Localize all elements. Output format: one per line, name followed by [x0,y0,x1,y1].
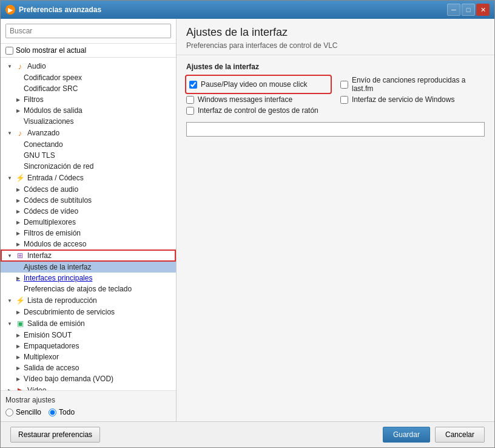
right-title: Ajustes de la interfaz [186,26,485,39]
arrow-vod [14,375,22,383]
arrow-avanzado [5,129,14,137]
tree-item-filtros[interactable]: Filtros [1,94,176,105]
tree-label-visualizaciones: Visualizaciones [24,117,74,126]
tree-item-ajustes-interfaz[interactable]: Ajustes de la interfaz [1,262,176,273]
tree-item-codecs-audio[interactable]: Códecs de audio [1,184,176,195]
tree-label-conectando: Conectando [24,140,63,149]
tree-item-empaquetadores[interactable]: Empaquetadores [1,341,176,351]
checkbox-gestos[interactable] [186,107,194,115]
tree-item-sincronizacion[interactable]: Sincronización de red [1,161,176,172]
arrow-spacer6 [14,162,22,171]
checkbox-pause-click[interactable] [189,81,197,89]
tree-item-interfaces-principales[interactable]: Interfaces principales [1,273,176,283]
arrow-spacer7 [14,263,22,271]
maximize-button[interactable]: □ [462,4,475,16]
checkbox-pause-click-label: Pause/Play video on mouse click [201,80,307,89]
checkbox-servicio-win-label: Interfaz de servicio de Windows [352,95,454,104]
tree-item-codecs-subtitulos[interactable]: Códecs de subtítulos [1,195,176,206]
show-current-row: Solo mostrar el actual [1,44,176,58]
arrow-empaquet [14,342,22,350]
radio-sencillo-label: Sencillo [16,408,41,416]
arrow-modulos-acc [14,240,22,248]
tree-item-interfaz[interactable]: ⊞ Interfaz [1,249,176,262]
tree-item-filtros-emision[interactable]: Filtros de emisión [1,228,176,239]
tree-item-lista-rep[interactable]: ⚡ Lista de reproducción [1,294,176,307]
tree-item-codecs-video[interactable]: Códecs de vídeo [1,206,176,217]
radio-sencillo-input[interactable] [5,409,13,416]
tree-item-codificador-speex[interactable]: Codificador speex [1,72,176,83]
checkbox-windows-msg-item: Windows messages interface [186,95,331,104]
tree-label-codificador-speex: Codificador speex [24,73,82,82]
text-field-value[interactable]: pause_click [186,122,485,137]
arrow-entrada [5,174,14,182]
show-current-checkbox[interactable] [5,47,13,55]
arrow-interfaz [5,251,14,260]
tree-label-audio: Audio [27,62,46,70]
cancel-button[interactable]: Cancelar [435,427,485,443]
radio-todo-input[interactable] [49,409,56,416]
salida-icon: ▣ [15,319,25,328]
tree-item-gnu-tls[interactable]: GNU TLS [1,150,176,161]
main-content: Solo mostrar el actual ♪ Audio Codificad… [1,19,494,421]
checkbox-envio[interactable] [340,81,348,89]
arrow-video [5,386,14,390]
tree-item-salida-em[interactable]: ▣ Salida de emisión [1,317,176,330]
tree-label-descubrimiento: Descubrimiento de servicios [24,308,115,316]
arrow-descub [14,308,22,316]
radio-sencillo[interactable]: Sencillo [5,408,41,416]
radio-todo-label: Todo [59,408,75,416]
checkbox-envio-item: Envío de canciones reproducidas a last.f… [340,76,485,93]
arrow-spacer [14,73,22,82]
arrow-codecs-audio [14,185,22,194]
tree-item-visualizaciones[interactable]: Visualizaciones [1,116,176,127]
tree-label-modulos-salida: Módulos de salida [24,106,82,115]
tree-item-conectando[interactable]: Conectando [1,139,176,150]
tree-item-video[interactable]: ▶ Vídeo [1,384,176,390]
arrow-filtros [14,95,22,104]
arrow-spacer4 [14,140,22,149]
close-button[interactable]: ✕ [476,4,490,16]
interfaz-icon: ⊞ [15,251,25,260]
tree-item-multiplexor[interactable]: Multiplexor [1,351,176,362]
tree-item-audio[interactable]: ♪ Audio [1,60,176,72]
tree-item-modulos-acceso[interactable]: Módulos de acceso [1,239,176,249]
text-field-row: pause_click [186,122,485,137]
titlebar: ▶ Preferencias avanzadas ─ □ ✕ [1,1,494,19]
tree-label-salida-acceso: Salida de acceso [24,364,79,372]
checkbox-pause-click-item: Pause/Play video on mouse click [186,76,331,93]
tree-item-entrada-codecs[interactable]: ⚡ Entrada / Códecs [1,172,176,184]
minimize-button[interactable]: ─ [447,4,460,16]
tree-label-video: Vídeo [27,386,46,390]
radio-todo[interactable]: Todo [49,408,75,416]
search-box [1,19,176,44]
tree-item-descubrimiento[interactable]: Descubrimiento de servicios [1,307,176,317]
search-input[interactable] [5,24,171,38]
arrow-spacer8 [14,285,22,293]
tree-item-modulos-salida[interactable]: Módulos de salida [1,105,176,116]
tree-item-pref-atajos[interactable]: Preferencias de atajos de teclado [1,283,176,294]
tree-item-emision-sout[interactable]: Emisión SOUT [1,330,176,341]
tree-item-demultiplexores[interactable]: Demultiplexores [1,217,176,228]
restore-button[interactable]: Restaurar preferencias [10,427,100,443]
arrow-spacer3 [14,117,22,126]
tree-label-interfaz: Interfaz [27,251,52,260]
window-title: Preferencias avanzadas [19,5,447,14]
tree-label-pref-atajos: Preferencias de atajos de teclado [24,285,132,293]
tree-label-salida-em: Salida de emisión [27,319,85,328]
checkboxes-grid: Pause/Play video on mouse click Envío de… [186,76,485,115]
checkbox-servicio-win[interactable] [340,96,348,104]
checkbox-windows-msg[interactable] [186,96,194,104]
save-button[interactable]: Guardar [383,427,430,443]
checkbox-servicio-win-item: Interfaz de servicio de Windows [340,95,485,104]
tree-item-avanzado[interactable]: ♪ Avanzado [1,127,176,139]
tree-label-codecs-subtitulos: Códecs de subtítulos [24,196,92,205]
arrow-codecs-video [14,207,22,216]
tree-item-salida-acceso[interactable]: Salida de acceso [1,362,176,373]
checkbox-gestos-label: Interfaz de control de gestos de ratón [198,106,318,115]
tree-label-avanzado: Avanzado [27,129,59,137]
arrow-demux [14,218,22,226]
tree-item-video-vod[interactable]: Vídeo bajo demanda (VOD) [1,373,176,384]
tree-label-codecs-audio: Códecs de audio [24,185,78,194]
tree-item-codificador-src[interactable]: Codificador SRC [1,83,176,94]
left-bottom: Mostrar ajustes Sencillo Todo [1,390,176,421]
